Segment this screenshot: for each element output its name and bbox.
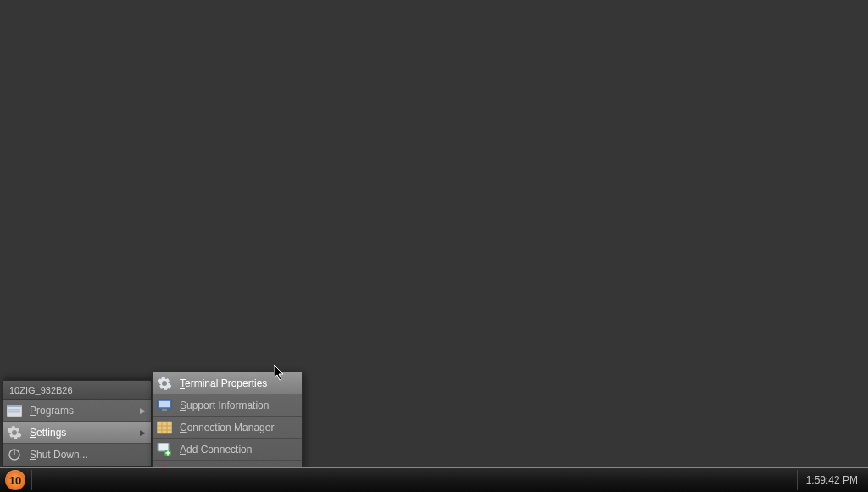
start-menu: 10ZIG_932B26 Programs ▶ Settings ▶ [2, 380, 152, 467]
gear-icon [6, 424, 23, 441]
submenu-item-terminal-properties[interactable]: Terminal Properties [153, 372, 302, 394]
menu-item-label: Programs [30, 405, 74, 417]
menu-item-shutdown[interactable]: Shut Down... [3, 444, 151, 466]
submenu-item-support-info[interactable]: Support Information [153, 394, 302, 417]
power-icon [6, 446, 23, 463]
menu-item-programs[interactable]: Programs ▶ [3, 400, 151, 422]
submenu-item-add-connection[interactable]: Add Connection [153, 439, 302, 461]
menu-item-settings[interactable]: Settings ▶ [3, 422, 151, 444]
submenu-item-label: Add Connection [180, 444, 252, 456]
submenu-arrow-icon: ▶ [140, 406, 146, 415]
taskbar-separator [31, 470, 32, 490]
submenu-item-label: Support Information [180, 400, 269, 411]
taskbar: 10 1:59:42 PM [0, 467, 868, 492]
taskbar-clock[interactable]: 1:59:42 PM [797, 470, 865, 490]
svg-rect-15 [159, 444, 168, 450]
submenu-item-label: Terminal Properties [180, 377, 267, 389]
svg-rect-9 [157, 422, 172, 433]
menu-item-label: Settings [30, 427, 66, 439]
submenu-item-label: Connection Manager [180, 422, 274, 433]
programs-icon [6, 402, 23, 419]
start-button[interactable]: 10 [3, 469, 27, 491]
submenu-arrow-icon: ▶ [140, 428, 146, 437]
gear-icon [156, 375, 173, 392]
svg-rect-2 [8, 409, 20, 411]
svg-rect-3 [8, 411, 20, 413]
svg-rect-8 [162, 409, 167, 411]
menu-header-label: 10ZIG_932B26 [3, 381, 151, 400]
monitor-info-icon [156, 397, 173, 414]
start-logo-icon: 10 [5, 470, 25, 490]
submenu-item-connection-manager[interactable]: Connection Manager [153, 417, 302, 439]
add-connection-icon [156, 441, 173, 458]
svg-rect-7 [159, 401, 170, 407]
connection-manager-icon [156, 419, 173, 436]
menu-item-label: Shut Down... [30, 449, 88, 461]
svg-rect-1 [7, 405, 22, 407]
